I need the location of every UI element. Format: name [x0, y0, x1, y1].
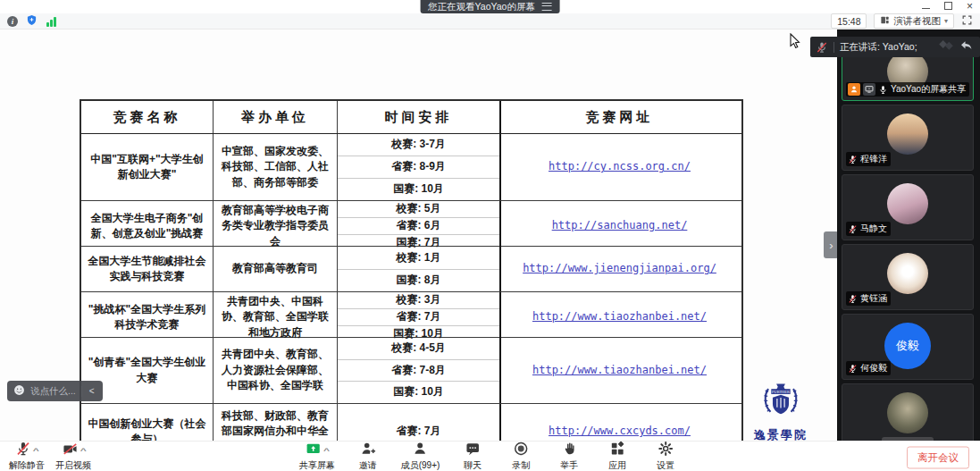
competition-link[interactable]: http://www.tiaozhanbei.net/: [532, 309, 707, 324]
security-shield-icon[interactable]: [26, 13, 38, 29]
participant-name: 程锋洋: [860, 153, 887, 165]
invite-icon: [360, 441, 376, 460]
toolbar-label: 聊天: [464, 459, 482, 471]
avatar: [887, 253, 928, 294]
toolbar-button-raise-hand[interactable]: 举手: [554, 443, 584, 471]
view-mode-label: 演讲者视图: [893, 15, 941, 28]
toolbar-button-members[interactable]: 成员(99+): [401, 443, 440, 471]
quick-chat-bubble[interactable]: 说点什么... <: [7, 381, 103, 401]
toolbar-button-record[interactable]: 录制: [506, 443, 536, 471]
toolbar-button-unmute[interactable]: ^ 解除静音: [9, 443, 45, 471]
speaking-now-text: 正在讲话: YaoYao;: [840, 41, 917, 54]
avatar-initials: 俊毅: [896, 338, 919, 354]
meeting-status-icons: i: [7, 13, 57, 29]
mic-status-icon: [848, 294, 858, 304]
column-header: 举办单位: [214, 101, 338, 133]
window-titlebar: 您正在观看YaoYao的屏幕 ×: [0, 0, 980, 13]
college-logo: FURTHER 逸景學院: [744, 382, 817, 441]
watching-screen-pill[interactable]: 您正在观看YaoYao的屏幕: [420, 0, 560, 13]
time-entry: 校赛: 1月: [338, 247, 499, 269]
svg-text:FURTHER: FURTHER: [772, 390, 790, 394]
table-row: "创青春"全国大学生创业大赛 共青团中央、教育部、人力资源社会保障部、中国科协、…: [81, 338, 741, 404]
participant-tile[interactable]: 程锋洋: [842, 105, 974, 171]
mic-status-icon: [878, 85, 888, 95]
participant-label: 程锋洋: [846, 152, 891, 166]
close-button[interactable]: ×: [967, 2, 973, 11]
participant-tile[interactable]: 俊毅 何俊毅: [842, 314, 974, 380]
time-cell: 校赛: 4-5月省赛: 7-8月国赛: 10月: [338, 338, 501, 403]
organizer-cell: 教育部高等学校电子商务类专业教学指导委员会: [214, 201, 338, 251]
shares-history-icon[interactable]: [937, 38, 957, 55]
emoji-smiley-icon[interactable]: [13, 383, 25, 400]
toolbar-center-group: ^ 共享屏幕 邀请 成员(99+) 聊天 录制 举手: [299, 443, 682, 471]
participants-sidebar: YaoYao的屏幕共享 程锋洋 马静文 黄钰涵 俊毅: [837, 29, 980, 441]
chat-collapse-button[interactable]: <: [88, 386, 96, 396]
members-icon: [413, 441, 429, 460]
competitions-table: 竞赛名称 举办单位 时间安排 竞赛网址 中国"互联网+"大学生创新创业大赛" 中…: [80, 99, 743, 441]
mouse-cursor: [790, 33, 800, 52]
participant-tile[interactable]: ›: [842, 383, 974, 441]
column-header: 竞赛名称: [81, 101, 214, 133]
time-cell: 校赛: 1月国赛: 8月: [338, 247, 501, 291]
participant-tile[interactable]: 黄钰涵: [842, 244, 974, 310]
fullscreen-icon[interactable]: [961, 13, 973, 29]
chevron-up-icon[interactable]: ^: [323, 447, 330, 455]
screen-menu-icon[interactable]: [542, 3, 552, 11]
reply-arrow-icon[interactable]: [959, 39, 975, 55]
college-emblem-icon: FURTHER: [755, 382, 807, 423]
url-cell: http://www.tiaozhanbei.net/: [501, 292, 738, 342]
toolbar-button-share-screen[interactable]: ^ 共享屏幕: [299, 443, 335, 471]
competition-link[interactable]: http://www.tiaozhanbei.net/: [532, 363, 707, 378]
participant-label: 黄钰涵: [846, 291, 891, 306]
time-entry: 省赛: 7月: [338, 308, 499, 325]
network-signal-icon[interactable]: [46, 15, 57, 28]
time-entry: 国赛: 8月: [338, 269, 499, 292]
table-header-row: 竞赛名称 举办单位 时间安排 竞赛网址: [81, 101, 741, 134]
time-cell: 省赛: 7月: [338, 404, 501, 441]
toolbar-button-chat[interactable]: 聊天: [457, 443, 488, 471]
time-entry: 校赛: 4-5月: [338, 338, 499, 359]
toolbar-button-apps[interactable]: 应用: [602, 443, 632, 471]
participant-tile[interactable]: 马静文: [842, 174, 974, 240]
toolbar-button-settings[interactable]: 设置: [650, 443, 681, 471]
table-row: 中国创新创业大赛（社会参与） 科技部、财政部、教育部国家网信办和中华全国工商业联…: [81, 404, 741, 441]
participant-label: 何俊毅: [846, 361, 891, 375]
settings-icon: [658, 441, 674, 460]
meeting-info-icon[interactable]: i: [7, 16, 18, 27]
time-entry: 省赛: 7月: [338, 404, 499, 441]
toolbar-label: 邀请: [359, 459, 377, 471]
apps-icon: [609, 441, 625, 460]
meeting-topbar: i 15:48 演讲者视图 ▾: [0, 13, 980, 29]
toolbar-button-start-video[interactable]: ^ 开启视频: [55, 443, 91, 471]
chat-icon: [465, 441, 481, 460]
chevron-up-icon[interactable]: ^: [33, 447, 39, 455]
competition-name-cell: 中国"互联网+"大学生创新创业大赛": [81, 134, 214, 200]
chevron-up-icon[interactable]: ^: [80, 447, 86, 455]
view-mode-selector[interactable]: 演讲者视图 ▾: [874, 13, 954, 29]
competition-link[interactable]: http://cy.ncss.org.cn/: [549, 159, 691, 174]
competition-name-cell: "挑战杯"全国大学生系列科技学术竞赛: [81, 292, 214, 342]
competition-link[interactable]: http://sanchuang.net/: [552, 218, 688, 233]
minimize-button[interactable]: [922, 4, 930, 9]
toolbar-button-invite[interactable]: 邀请: [353, 443, 383, 471]
participant-label: YaoYao的屏幕共享: [846, 82, 969, 97]
divider: [833, 42, 834, 53]
camera-off-icon: [62, 442, 79, 460]
column-header: 竞赛网址: [501, 101, 738, 133]
leave-meeting-button[interactable]: 离开会议: [907, 446, 969, 468]
time-entry: 省赛: 6月: [338, 217, 499, 234]
participant-label: 马静文: [846, 222, 891, 236]
toolbar-label: 共享屏幕: [299, 459, 335, 471]
self-mic-muted-icon: [816, 41, 828, 54]
table-row: 中国"互联网+"大学生创新创业大赛" 中宣部、国家发改委、科技部、工信部、人社部…: [81, 134, 741, 201]
table-row: "挑战杯"全国大学生系列科技学术竞赛 共青团中央、中国科协、教育部、全国学联和地…: [81, 292, 741, 338]
column-header: 时间安排: [338, 101, 501, 133]
time-cell: 校赛: 3-7月省赛: 8-9月国赛: 10月: [338, 134, 501, 200]
competition-link[interactable]: http://www.jienengjianpai.org/: [523, 261, 716, 276]
competition-link[interactable]: http://www.cxcyds.com/: [549, 424, 691, 439]
chat-input-placeholder[interactable]: 说点什么...: [30, 385, 76, 398]
restore-button[interactable]: [944, 2, 952, 10]
toolbar-label: 应用: [608, 459, 626, 471]
competition-name-cell: 全国大学生节能减排社会实践与科技竞赛: [81, 247, 214, 291]
avatar: 俊毅: [884, 323, 931, 369]
